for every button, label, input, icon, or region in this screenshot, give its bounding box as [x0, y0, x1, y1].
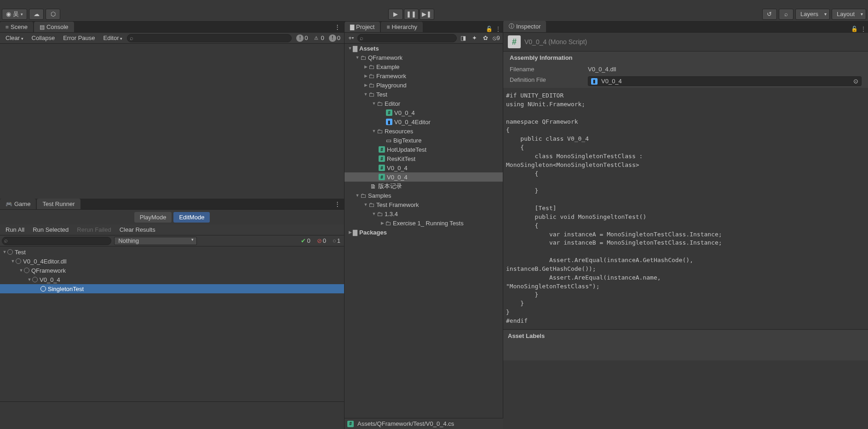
- search-button[interactable]: ⌕: [779, 9, 793, 20]
- filter-dropdown[interactable]: Nothing: [114, 237, 197, 245]
- test-tree-root[interactable]: ▼Test: [0, 247, 344, 257]
- run-selected-button[interactable]: Run Selected: [29, 225, 72, 235]
- definition-field[interactable]: ▮ V0_0_4 ⊙: [588, 76, 862, 86]
- cloud-button[interactable]: ☁: [29, 9, 44, 20]
- tree-item-assets[interactable]: ▼▇Assets: [345, 44, 503, 53]
- info-icon: ⓘ: [509, 23, 514, 30]
- tree-item-resources[interactable]: ▼🗀Resources: [345, 126, 503, 136]
- plus-icon: +: [348, 34, 352, 41]
- tree-item-editor[interactable]: ▼🗀Editor: [345, 99, 503, 108]
- runner-actions: Run All Run Selected Rerun Failed Clear …: [0, 224, 344, 235]
- lock-icon[interactable]: 🔓: [486, 26, 493, 32]
- toolbar-button-2[interactable]: ⬡: [46, 9, 60, 20]
- save-search[interactable]: ✿: [481, 34, 490, 42]
- tab-menu-icon-2[interactable]: ⋮: [331, 199, 344, 209]
- tab-menu-icon[interactable]: ⋮: [331, 22, 344, 32]
- tab-menu-icon-3[interactable]: ⋮: [495, 26, 501, 32]
- info-count[interactable]: !0: [294, 34, 310, 43]
- tab-hierarchy[interactable]: ≡Hierarchy: [381, 22, 423, 32]
- error-count[interactable]: !0: [327, 34, 342, 43]
- tree-item-v004-script[interactable]: #V0_0_4: [345, 108, 503, 117]
- layout-dropdown[interactable]: Layout: [832, 9, 866, 20]
- filter-by-type[interactable]: ◨: [459, 34, 468, 42]
- add-button[interactable]: +▾: [346, 34, 356, 42]
- run-all-button[interactable]: Run All: [2, 225, 28, 235]
- tab-menu-icon-4[interactable]: ⋮: [861, 26, 866, 32]
- step-button[interactable]: ▶❚: [420, 9, 434, 20]
- history-icon: ↺: [767, 11, 772, 17]
- tree-item-testfw[interactable]: ▼🗀Test Framework: [345, 200, 503, 209]
- pause-button[interactable]: ❚❚: [404, 9, 419, 20]
- account-button[interactable]: ◉ 吴 ▾: [2, 9, 27, 20]
- tree-item-version[interactable]: 🗎版本记录: [345, 182, 503, 191]
- layout-label: Layout: [837, 11, 855, 17]
- script-icon: #: [508, 35, 521, 48]
- tree-item-playground[interactable]: ▶🗀Playground: [345, 80, 503, 90]
- tree-item-v004b[interactable]: #V0_0_4: [345, 172, 503, 182]
- console-icon: ▤: [40, 24, 45, 30]
- scene-icon: ⌗: [6, 24, 9, 30]
- tree-item-hotupdate[interactable]: #HotUpdateTest: [345, 145, 503, 154]
- tree-item-framework[interactable]: ▶🗀Framework: [345, 71, 503, 80]
- info-icon: !: [296, 34, 304, 42]
- test-tree-test[interactable]: SingletonTest: [0, 284, 344, 293]
- tab-console[interactable]: ▤Console: [34, 22, 74, 32]
- tab-game[interactable]: 🎮Game: [0, 199, 36, 209]
- skip-count: ○1: [331, 237, 342, 244]
- tab-inspector-label: Inspector: [516, 23, 540, 30]
- project-search[interactable]: [357, 34, 457, 42]
- error-pause-button[interactable]: Error Pause: [59, 33, 98, 43]
- upper-tabs: ⌗Scene ▤Console ⋮: [0, 22, 344, 33]
- layers-label: Layers: [800, 11, 818, 17]
- runner-mode-toolbar: PlayMode EditMode: [0, 210, 344, 224]
- test-filter-input[interactable]: [2, 237, 111, 245]
- cloud-icon: ☁: [34, 11, 40, 17]
- mid-tabs: ▇Project ≡Hierarchy 🔓 ⋮: [345, 22, 503, 33]
- lock-icon[interactable]: 🔓: [851, 26, 858, 32]
- play-button[interactable]: ▶: [388, 9, 403, 20]
- folder-icon: ▇: [350, 24, 354, 30]
- tree-item-packages[interactable]: ▶▇Packages: [345, 228, 503, 237]
- editor-button[interactable]: Editor: [100, 33, 126, 43]
- expand-icon: ▼: [18, 268, 24, 273]
- tree-item-example[interactable]: ▶🗀Example: [345, 62, 503, 71]
- playmode-button[interactable]: PlayMode: [134, 212, 172, 223]
- tree-item-reskit[interactable]: #ResKitTest: [345, 154, 503, 163]
- tree-item-v004editor[interactable]: ▮V0_0_4Editor: [345, 117, 503, 126]
- pause-icon: ❚❚: [406, 11, 416, 17]
- warn-icon: ⚠: [313, 34, 320, 42]
- tree-item-v004a[interactable]: #V0_0_4: [345, 163, 503, 172]
- runner-filter: Nothing ✔0 ⊘0 ○1: [0, 235, 344, 246]
- game-icon: 🎮: [6, 201, 12, 207]
- hidden-toggle[interactable]: ⦸9: [492, 34, 501, 42]
- inspector-header: # V0_0_4 (Mono Script): [503, 33, 868, 51]
- tree-item-134[interactable]: ▼🗀1.3.4: [345, 209, 503, 218]
- test-tree-dll[interactable]: ▼V0_0_4Editor.dll: [0, 257, 344, 266]
- tree-item-qframework[interactable]: ▼🗀QFramework: [345, 53, 503, 62]
- clear-button[interactable]: Clear: [2, 33, 27, 43]
- tab-project[interactable]: ▇Project: [345, 22, 380, 32]
- rerun-failed-button[interactable]: Rerun Failed: [73, 225, 115, 235]
- tree-item-exercise[interactable]: ▶🗀Exercise 1_ Running Tests: [345, 218, 503, 228]
- test-tree-class[interactable]: ▼V0_0_4: [0, 275, 344, 284]
- file-icon: ▮: [591, 78, 598, 85]
- editmode-button[interactable]: EditMode: [173, 212, 210, 223]
- tree-item-samples[interactable]: ▼🗀Samples: [345, 191, 503, 200]
- filter-by-label[interactable]: ✦: [470, 34, 479, 42]
- tree-item-bigtexture[interactable]: ▭BigTexture: [345, 136, 503, 145]
- test-tree-namespace[interactable]: ▼QFramework: [0, 266, 344, 275]
- undo-history-button[interactable]: ↺: [762, 9, 777, 20]
- filter-icon: ◨: [460, 34, 466, 41]
- warn-count[interactable]: ⚠0: [311, 34, 326, 43]
- tab-scene[interactable]: ⌗Scene: [0, 22, 33, 32]
- clear-results-button[interactable]: Clear Results: [116, 225, 159, 235]
- tab-test-runner[interactable]: Test Runner: [37, 199, 80, 209]
- object-picker-icon[interactable]: ⊙: [853, 78, 858, 85]
- tab-inspector[interactable]: ⓘInspector: [503, 21, 546, 32]
- collapse-button[interactable]: Collapse: [28, 33, 59, 43]
- error-icon: !: [329, 34, 336, 42]
- step-icon: ▶❚: [422, 11, 431, 17]
- tree-item-test[interactable]: ▼🗀Test: [345, 90, 503, 99]
- console-search[interactable]: [127, 34, 292, 42]
- layers-dropdown[interactable]: Layers: [795, 9, 830, 20]
